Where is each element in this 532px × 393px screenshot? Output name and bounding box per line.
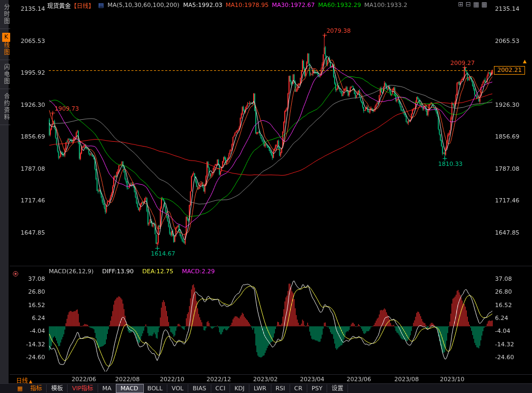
price-axis-label: 1787.08 <box>19 166 45 172</box>
ma-value-3: MA30:1972.67 <box>272 2 315 9</box>
toolbar-item-templates[interactable]: 模板 <box>47 384 68 392</box>
indicator-tab-rsi[interactable]: RSI <box>271 384 290 392</box>
indicator-tab-lwr[interactable]: LWR <box>249 384 271 392</box>
bottom-toolbar: ▦指标模板VIP指标MAMACDBOLLVOLBIASCCIKDJLWRRSIC… <box>0 383 532 393</box>
price-annotation: 1614.67 <box>151 250 175 257</box>
price-axis-label: 1647.85 <box>495 230 521 236</box>
period-badge: 【日线】 <box>71 3 94 10</box>
indicator-tab-psy[interactable]: PSY <box>307 384 327 392</box>
macd-axis-label: 6.24 <box>495 315 521 322</box>
price-annotation: 2009.27 <box>450 60 475 67</box>
macd-value-3: MACD:2.29 <box>182 268 215 275</box>
chart-info-icon[interactable]: ▤ <box>98 2 104 9</box>
layout-quad-icon[interactable]: ▦ <box>473 1 479 9</box>
macd-axis-label: -14.32 <box>495 341 521 348</box>
chart-header: 现货黄金【日线】 ▤ MA(5,10,30,60,100,200) MA5:19… <box>47 1 411 9</box>
ma-params: MA(5,10,30,60,100,200) <box>107 2 179 9</box>
price-axis-label: 1926.30 <box>495 102 521 108</box>
price-axis-label: 1995.92 <box>19 70 45 76</box>
indicator-tab-cr[interactable]: CR <box>290 384 307 392</box>
price-axis-label: 1856.69 <box>495 134 521 140</box>
macd-axis-label: -4.04 <box>495 328 521 334</box>
price-axis-label: 2065.53 <box>19 38 45 45</box>
price-axis-label: 2135.14 <box>19 6 45 12</box>
price-annotation: 1909.73 <box>55 105 79 112</box>
ma-value-1: MA5:1992.03 <box>183 2 222 9</box>
date-label: 2023/06 <box>346 376 371 383</box>
macd-axis-label: 6.24 <box>19 315 45 322</box>
indicator-tab-cci[interactable]: CCI <box>211 384 231 392</box>
price-axis-label: 2135.14 <box>495 6 521 12</box>
ma-value-5: MA100:1933.2 <box>364 2 407 9</box>
indicator-tab-macd[interactable]: MACD <box>116 384 143 392</box>
price-axis-label: 1647.85 <box>19 230 45 236</box>
pane-separator <box>10 266 532 266</box>
sidebar-tab-kline-chart[interactable]: K线图 <box>0 29 10 60</box>
date-label: 2022/10 <box>160 376 184 383</box>
price-axis-label: 1926.30 <box>19 102 45 108</box>
ma-value-4: MA60:1932.29 <box>318 2 361 9</box>
layout-dual-icon[interactable]: ⊟ <box>466 1 471 9</box>
ma-legend: MA5:1992.03MA10:1978.95MA30:1972.67MA60:… <box>183 2 410 9</box>
date-label: 2022/06 <box>72 376 97 383</box>
trading-terminal: 分时图K线图闪电图合约资料 现货黄金【日线】 ▤ MA(5,10,30,60,1… <box>0 0 532 393</box>
instrument-name: 现货黄金 <box>47 3 71 10</box>
indicator-tab-vol[interactable]: VOL <box>167 384 188 392</box>
macd-axis-label: 26.80 <box>19 289 45 295</box>
macd-axis-label: 37.08 <box>19 276 45 282</box>
date-label: 2023/04 <box>300 376 324 383</box>
layout-icons: ⊞⊟▦▩ <box>458 1 487 9</box>
price-axis-label: 2065.53 <box>495 38 521 45</box>
price-axis-up-arrow[interactable]: ▲ <box>523 59 527 64</box>
toolbar-item-indicators[interactable]: 指标 <box>26 384 47 392</box>
date-axis: 日线▲ 2022/062022/082022/102022/122023/022… <box>10 374 532 383</box>
macd-params: MACD(26,12,9) <box>49 268 94 275</box>
indicator-tab-bias[interactable]: BIAS <box>188 384 211 392</box>
macd-settings-icon[interactable] <box>13 271 18 276</box>
macd-axis-label: -24.60 <box>495 354 521 361</box>
macd-axis-label: 16.52 <box>495 302 521 309</box>
current-price-tag: 2002.21 <box>494 66 525 75</box>
macd-value-1: DIFF:13.90 <box>102 268 134 275</box>
sidebar-tab-time-chart[interactable]: 分时图 <box>0 0 10 29</box>
macd-axis-label: 26.80 <box>495 289 521 295</box>
layout-nine-icon[interactable]: ▩ <box>481 1 487 9</box>
indicator-menu-icon[interactable]: ▦ <box>14 385 26 392</box>
ma-value-2: MA10:1978.95 <box>226 2 269 9</box>
date-label: 2023/08 <box>394 376 419 383</box>
indicator-tab-kdj[interactable]: KDJ <box>230 384 249 392</box>
sidebar-tab-flash-chart[interactable]: 闪电图 <box>0 60 10 89</box>
price-annotation: 2079.38 <box>327 27 351 34</box>
active-tab-badge: K <box>2 33 10 42</box>
macd-axis-label: -14.32 <box>19 341 45 348</box>
sidebar: 分时图K线图闪电图合约资料 <box>0 0 9 383</box>
macd-axis-label: 37.08 <box>495 276 521 282</box>
macd-axis-label: -24.60 <box>19 354 45 361</box>
macd-axis-label: -4.04 <box>19 328 45 334</box>
price-axis-label: 1787.08 <box>495 166 521 172</box>
macd-legend: MACD(26,12,9) DIFF:13.90DEA:12.75MACD:2.… <box>49 268 215 275</box>
indicator-tab-ma[interactable]: MA <box>98 384 116 392</box>
price-axis-label: 1717.46 <box>19 198 45 204</box>
date-label: 2022/12 <box>206 376 231 383</box>
date-label: 2023/10 <box>440 376 464 383</box>
date-label: 2023/02 <box>253 376 278 383</box>
sidebar-tab-contract-info[interactable]: 合约资料 <box>0 89 10 125</box>
toolbar-item-vip[interactable]: VIP指标 <box>68 384 98 392</box>
price-annotation: 1810.33 <box>438 161 463 168</box>
price-axis-label: 1717.46 <box>495 198 521 204</box>
date-label: 2022/08 <box>115 376 140 383</box>
macd-axis-label: 16.52 <box>19 302 45 309</box>
chart-title: 现货黄金【日线】 <box>47 1 94 10</box>
price-axis-label: 1856.69 <box>19 134 45 140</box>
layout-single-icon[interactable]: ⊞ <box>458 1 463 9</box>
macd-value-2: DEA:12.75 <box>142 268 173 275</box>
active-tab-text: 线图 <box>3 42 10 56</box>
toolbar-item-settings[interactable]: 设置 <box>327 384 348 392</box>
indicator-tab-boll[interactable]: BOLL <box>143 384 167 392</box>
